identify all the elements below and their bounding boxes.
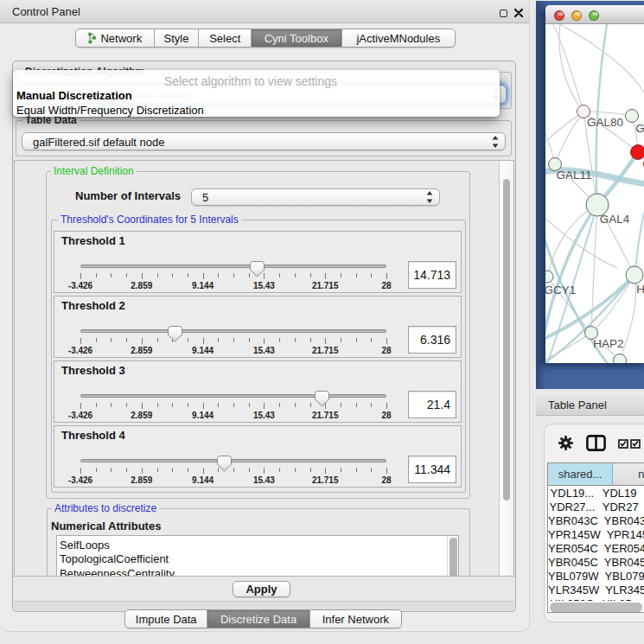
- table-row[interactable]: YBR043CYBR043C: [548, 513, 644, 527]
- network-edge[interactable]: [553, 24, 583, 112]
- table-row[interactable]: YBL079WYBL079W: [548, 570, 644, 583]
- tab-impute-data[interactable]: Impute Data: [125, 610, 207, 628]
- list-scrollbar[interactable]: [447, 536, 458, 577]
- slider-track[interactable]: [80, 265, 386, 268]
- table-row[interactable]: YDR27...YDR27: [548, 500, 644, 513]
- tab-style[interactable]: Style: [155, 29, 200, 47]
- tab-jactivemnodules[interactable]: jActiveMNodules: [342, 29, 455, 47]
- cell-shared-name[interactable]: YPR145W: [548, 528, 601, 541]
- slider-thumb[interactable]: [217, 456, 232, 472]
- column-header-shared-name[interactable]: shared...: [548, 463, 613, 486]
- slider-thumb[interactable]: [250, 261, 265, 277]
- dropdown-item[interactable]: Manual Discretization: [16, 89, 132, 102]
- slider-major-tick: [386, 403, 387, 409]
- list-item[interactable]: TopologicalCoefficient: [57, 552, 458, 566]
- tab-select[interactable]: Select: [199, 29, 252, 47]
- cell-name[interactable]: YLR345W: [599, 583, 644, 596]
- num-intervals-combobox[interactable]: 5: [191, 188, 440, 206]
- checkbox-icon[interactable]: [630, 439, 641, 449]
- apply-button[interactable]: Apply: [233, 581, 290, 597]
- table-row[interactable]: YDL19...YDL19: [548, 486, 644, 500]
- cell-shared-name[interactable]: YBR045C: [548, 556, 598, 569]
- cell-name[interactable]: YER054C: [598, 542, 644, 555]
- cell-name[interactable]: YBL079W: [599, 570, 644, 583]
- slider-track[interactable]: [80, 329, 386, 333]
- checkbox-icon[interactable]: [618, 439, 628, 449]
- cell-shared-name[interactable]: YER054C: [548, 542, 598, 555]
- table-row[interactable]: YLR345WYLR345W: [548, 583, 644, 597]
- cell-name[interactable]: YPR145W: [601, 528, 644, 541]
- dropdown-item[interactable]: Equal Width/Frequency Discretization: [16, 104, 204, 117]
- list-item[interactable]: BetweennessCentrality: [57, 567, 458, 577]
- close-light[interactable]: [554, 10, 564, 21]
- split-columns-icon[interactable]: [586, 435, 606, 451]
- gear-icon[interactable]: [558, 436, 573, 450]
- cell-shared-name[interactable]: YBL079W: [548, 570, 599, 583]
- close-icon[interactable]: [514, 9, 523, 17]
- tab-infer-network[interactable]: Infer Network: [310, 610, 401, 628]
- slider-thumb[interactable]: [168, 326, 182, 342]
- slider-minor-tick: [249, 468, 250, 472]
- slider-major-tick: [142, 403, 143, 409]
- tab-cyni-toolbox[interactable]: Cyni Toolbox: [252, 29, 342, 47]
- cell-name[interactable]: YDL19: [596, 487, 644, 500]
- network-edge[interactable]: [634, 204, 644, 275]
- network-node-h[interactable]: [626, 266, 643, 284]
- slider-major-tick: [203, 273, 204, 279]
- slider-tick-label: 2.859: [131, 411, 152, 420]
- table-hscrollbar-thumb[interactable]: [550, 603, 642, 612]
- threshold-value-field[interactable]: 21.4: [408, 391, 456, 418]
- slider-minor-tick: [249, 403, 250, 407]
- threshold-value-field[interactable]: 11.344: [408, 456, 456, 483]
- cell-name[interactable]: YBR043C: [598, 514, 644, 527]
- slider-major-tick: [264, 468, 265, 474]
- tab-discretize-data[interactable]: Discretize Data: [207, 610, 309, 628]
- slider-minor-tick: [341, 338, 341, 342]
- table-data-combobox[interactable]: galFiltered.sif default node: [22, 132, 506, 150]
- threshold-value-field[interactable]: 14.713: [408, 261, 456, 289]
- cell-name[interactable]: YBR045C: [598, 556, 644, 569]
- network-graph[interactable]: GAL80GACGAL11GAL4GCY1HHAP2: [545, 24, 644, 363]
- float-icon[interactable]: [500, 10, 507, 17]
- settings-scrollbar-thumb[interactable]: [503, 179, 510, 501]
- tab-network[interactable]: Network: [76, 29, 155, 47]
- slider-tick-label: 9.144: [192, 281, 214, 290]
- cell-shared-name[interactable]: YDL19...: [548, 487, 596, 500]
- network-view-window[interactable]: GAL80GACGAL11GAL4GCY1HHAP2: [545, 5, 644, 363]
- slider-minor-tick: [371, 338, 372, 342]
- threshold-panel-3: Threshold 3-3.4262.8599.14415.4321.71528…: [54, 360, 462, 423]
- cell-shared-name[interactable]: YDR27...: [548, 501, 596, 513]
- minimize-light[interactable]: [571, 10, 582, 21]
- threshold-value-field[interactable]: 6.316: [408, 326, 456, 354]
- list-item[interactable]: SelfLoops: [57, 539, 458, 552]
- slider-track[interactable]: [80, 394, 386, 398]
- table-panel-titlebar: Table Panel: [536, 393, 644, 416]
- slider-tick-label: 28: [381, 281, 391, 290]
- table-row[interactable]: YER054CYER054C: [548, 541, 644, 555]
- settings-scrollbar[interactable]: [499, 161, 513, 576]
- table-row[interactable]: YPR145WYPR145W: [548, 527, 644, 541]
- table-hscrollbar[interactable]: [548, 601, 644, 613]
- slider-tick-label: 15.43: [253, 346, 275, 355]
- column-header-name[interactable]: name: [613, 463, 644, 486]
- group-attributes-title: Attributes to discretize: [52, 503, 159, 514]
- numerical-attributes-list[interactable]: SelfLoopsTopologicalCoefficientBetweenne…: [56, 535, 459, 577]
- slider-thumb[interactable]: [315, 391, 329, 407]
- slider-tick-label: -3.426: [68, 281, 92, 290]
- table-row[interactable]: YBR045CYBR045C: [548, 555, 644, 569]
- combobox-arrows-icon: [426, 191, 433, 203]
- zoom-light[interactable]: [589, 10, 599, 21]
- cell-shared-name[interactable]: YLR345W: [548, 583, 599, 596]
- cell-shared-name[interactable]: YBR043C: [548, 514, 598, 527]
- slider-minor-tick: [111, 403, 112, 407]
- network-node-ga[interactable]: [626, 110, 639, 123]
- slider-minor-tick: [279, 273, 280, 277]
- network-window-titlebar[interactable]: [545, 5, 644, 24]
- network-node-gcy1[interactable]: [545, 271, 553, 283]
- network-node[interactable]: [614, 354, 627, 364]
- top-tab-bar: NetworkStyleSelectCyni ToolboxjActiveMNo…: [75, 29, 456, 48]
- slider-track[interactable]: [80, 459, 386, 462]
- list-scrollbar-thumb[interactable]: [450, 538, 457, 577]
- network-edge[interactable]: [555, 112, 583, 164]
- cell-name[interactable]: YDR27: [596, 501, 644, 513]
